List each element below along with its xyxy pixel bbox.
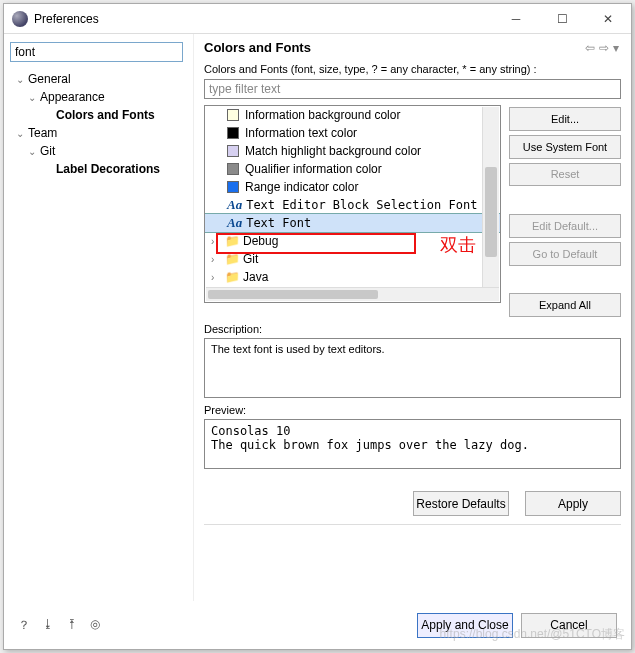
- tree-item-git[interactable]: ⌄Git: [10, 142, 189, 160]
- list-item[interactable]: AaText Editor Block Selection Font: [205, 196, 500, 214]
- record-icon[interactable]: ◎: [90, 617, 100, 634]
- page-hint: Colors and Fonts (font, size, type, ? = …: [204, 63, 621, 75]
- list-item[interactable]: Qualifier information color: [205, 160, 500, 178]
- edit-default-button[interactable]: Edit Default...: [509, 214, 621, 238]
- restore-defaults-button[interactable]: Restore Defaults: [413, 491, 509, 516]
- edit-button[interactable]: Edit...: [509, 107, 621, 131]
- folder-icon: 📁: [224, 270, 240, 284]
- export-icon[interactable]: ⭱: [66, 617, 78, 634]
- vertical-scrollbar[interactable]: [482, 107, 499, 301]
- help-icon[interactable]: ？: [18, 617, 30, 634]
- titlebar: Preferences ─ ☐ ✕: [4, 4, 631, 34]
- list-item-selected[interactable]: AaText Font: [205, 214, 500, 232]
- folder-git[interactable]: ›📁Git: [205, 250, 500, 268]
- forward-icon[interactable]: ⇨: [597, 41, 611, 55]
- tree-item-appearance[interactable]: ⌄Appearance: [10, 88, 189, 106]
- folder-debug[interactable]: ›📁Debug: [205, 232, 500, 250]
- preview-label: Preview:: [204, 404, 621, 416]
- back-icon[interactable]: ⇦: [583, 41, 597, 55]
- folder-java[interactable]: ›📁Java: [205, 268, 500, 286]
- type-filter-input[interactable]: type filter text: [204, 79, 621, 99]
- reset-button[interactable]: Reset: [509, 163, 621, 187]
- sidebar: font ⌄General ⌄Appearance Colors and Fon…: [4, 34, 194, 601]
- page: Colors and Fonts ⇦ ⇨ ▾ Colors and Fonts …: [194, 34, 631, 601]
- filter-input[interactable]: font: [10, 42, 183, 62]
- tree-item-team[interactable]: ⌄Team: [10, 124, 189, 142]
- import-icon[interactable]: ⭳: [42, 617, 54, 634]
- close-button[interactable]: ✕: [585, 4, 631, 34]
- list-item[interactable]: Information text color: [205, 124, 500, 142]
- use-system-font-button[interactable]: Use System Font: [509, 135, 621, 159]
- maximize-button[interactable]: ☐: [539, 4, 585, 34]
- page-title: Colors and Fonts: [204, 40, 583, 55]
- tree-item-label-decorations[interactable]: Label Decorations: [10, 160, 189, 178]
- description-label: Description:: [204, 323, 621, 335]
- list-item[interactable]: Match highlight background color: [205, 142, 500, 160]
- go-to-default-button[interactable]: Go to Default: [509, 242, 621, 266]
- list-item[interactable]: Range indicator color: [205, 178, 500, 196]
- list-item[interactable]: Information background color: [205, 106, 500, 124]
- expand-all-button[interactable]: Expand All: [509, 293, 621, 317]
- font-icon: Aa: [227, 215, 242, 231]
- font-list[interactable]: Information background color Information…: [204, 105, 501, 303]
- tree-item-colors-fonts[interactable]: Colors and Fonts: [10, 106, 189, 124]
- description-box: The text font is used by text editors.: [204, 338, 621, 398]
- font-icon: Aa: [227, 197, 242, 213]
- font-list-wrap: Information background color Information…: [204, 105, 501, 317]
- folder-icon: 📁: [224, 252, 240, 266]
- dialog-footer: ？ ⭳ ⭱ ◎ Apply and Close Cancel https://b…: [4, 601, 631, 649]
- watermark: https://blog.csdn.net/@51CTO博客: [440, 626, 625, 643]
- window-title: Preferences: [34, 12, 493, 26]
- button-column: Edit... Use System Font Reset Edit Defau…: [509, 105, 621, 317]
- minimize-button[interactable]: ─: [493, 4, 539, 34]
- tree-item-general[interactable]: ⌄General: [10, 70, 189, 88]
- category-tree: ⌄General ⌄Appearance Colors and Fonts ⌄T…: [8, 68, 189, 601]
- folder-icon: 📁: [224, 234, 240, 248]
- menu-icon[interactable]: ▾: [611, 41, 621, 55]
- preferences-window: Preferences ─ ☐ ✕ font ⌄General ⌄Appeara…: [3, 3, 632, 650]
- horizontal-scrollbar[interactable]: [206, 287, 499, 301]
- app-icon: [12, 11, 28, 27]
- preview-box: Consolas 10 The quick brown fox jumps ov…: [204, 419, 621, 469]
- apply-button[interactable]: Apply: [525, 491, 621, 516]
